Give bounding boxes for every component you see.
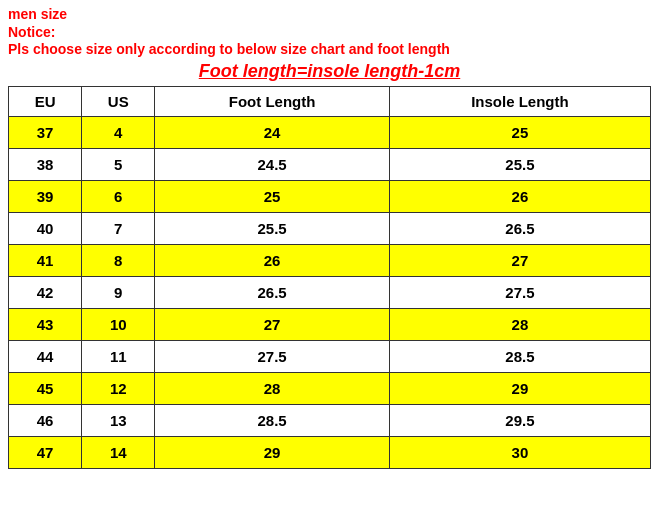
col-header-eu: EU: [9, 87, 82, 117]
cell-eu-5: 42: [9, 277, 82, 309]
table-row: 461328.529.5: [9, 405, 651, 437]
cell-us-3: 7: [82, 213, 155, 245]
cell-eu-8: 45: [9, 373, 82, 405]
cell-eu-6: 43: [9, 309, 82, 341]
cell-insole-3: 26.5: [389, 213, 650, 245]
cell-insole-7: 28.5: [389, 341, 650, 373]
cell-foot-10: 29: [155, 437, 390, 469]
cell-eu-9: 46: [9, 405, 82, 437]
col-header-insole: Insole Length: [389, 87, 650, 117]
cell-eu-7: 44: [9, 341, 82, 373]
table-row: 45122829: [9, 373, 651, 405]
cell-eu-4: 41: [9, 245, 82, 277]
cell-foot-1: 24.5: [155, 149, 390, 181]
cell-foot-3: 25.5: [155, 213, 390, 245]
cell-eu-10: 47: [9, 437, 82, 469]
cell-eu-1: 38: [9, 149, 82, 181]
table-row: 38524.525.5: [9, 149, 651, 181]
col-header-foot: Foot Length: [155, 87, 390, 117]
cell-insole-6: 28: [389, 309, 650, 341]
cell-us-6: 10: [82, 309, 155, 341]
men-size-title: men size: [8, 6, 651, 22]
cell-foot-5: 26.5: [155, 277, 390, 309]
cell-insole-9: 29.5: [389, 405, 650, 437]
cell-insole-5: 27.5: [389, 277, 650, 309]
table-row: 3742425: [9, 117, 651, 149]
table-header-row: EU US Foot Length Insole Length: [9, 87, 651, 117]
col-header-us: US: [82, 87, 155, 117]
cell-eu-2: 39: [9, 181, 82, 213]
cell-foot-8: 28: [155, 373, 390, 405]
cell-eu-0: 37: [9, 117, 82, 149]
main-container: men size Notice: Pls choose size only ac…: [0, 0, 659, 473]
cell-foot-2: 25: [155, 181, 390, 213]
cell-insole-2: 26: [389, 181, 650, 213]
cell-eu-3: 40: [9, 213, 82, 245]
cell-us-8: 12: [82, 373, 155, 405]
cell-us-4: 8: [82, 245, 155, 277]
instruction-text: Pls choose size only according to below …: [8, 41, 651, 57]
cell-us-9: 13: [82, 405, 155, 437]
cell-foot-7: 27.5: [155, 341, 390, 373]
cell-insole-0: 25: [389, 117, 650, 149]
cell-us-7: 11: [82, 341, 155, 373]
table-row: 40725.526.5: [9, 213, 651, 245]
table-row: 47142930: [9, 437, 651, 469]
cell-us-1: 5: [82, 149, 155, 181]
cell-insole-10: 30: [389, 437, 650, 469]
cell-insole-8: 29: [389, 373, 650, 405]
table-row: 42926.527.5: [9, 277, 651, 309]
subtitle-text: Foot length=insole length-1cm: [8, 61, 651, 82]
table-row: 441127.528.5: [9, 341, 651, 373]
cell-insole-1: 25.5: [389, 149, 650, 181]
cell-insole-4: 27: [389, 245, 650, 277]
cell-us-2: 6: [82, 181, 155, 213]
cell-us-0: 4: [82, 117, 155, 149]
cell-us-10: 14: [82, 437, 155, 469]
table-row: 4182627: [9, 245, 651, 277]
table-row: 43102728: [9, 309, 651, 341]
size-chart-table: EU US Foot Length Insole Length 37424253…: [8, 86, 651, 469]
cell-foot-4: 26: [155, 245, 390, 277]
table-row: 3962526: [9, 181, 651, 213]
cell-foot-9: 28.5: [155, 405, 390, 437]
notice-label: Notice:: [8, 24, 651, 40]
cell-foot-0: 24: [155, 117, 390, 149]
cell-foot-6: 27: [155, 309, 390, 341]
cell-us-5: 9: [82, 277, 155, 309]
